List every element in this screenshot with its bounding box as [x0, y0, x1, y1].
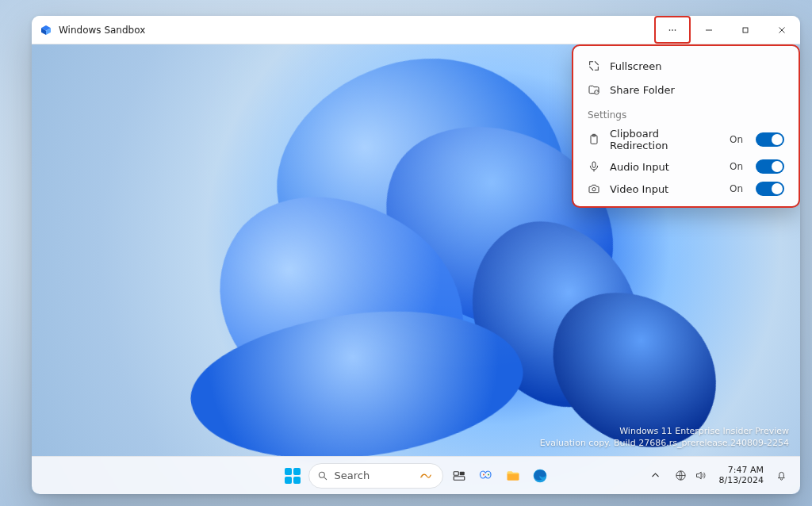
setting-video-input: Video Input On — [576, 178, 795, 200]
setting-clipboard-redirection: Clipboard Redirection On — [576, 124, 795, 155]
titlebar[interactable]: Windows Sandbox — [32, 16, 800, 44]
edge-button[interactable] — [529, 465, 551, 487]
chevron-up-icon — [649, 470, 661, 481]
toggle-video-input[interactable] — [756, 182, 784, 196]
watermark-line: Evaluation copy. Build 27686.rs_prerelea… — [540, 438, 789, 450]
network-icon — [675, 470, 687, 481]
tray-overflow-button[interactable] — [645, 465, 667, 487]
notifications-button[interactable] — [770, 465, 792, 487]
copilot-button[interactable] — [475, 465, 497, 487]
svg-rect-5 — [743, 28, 748, 33]
folder-icon — [505, 468, 521, 484]
more-options-menu: Fullscreen Share Folder Settings Clipboa… — [573, 46, 799, 206]
search-accent-icon — [420, 470, 431, 481]
svg-rect-14 — [459, 471, 464, 475]
setting-label: Audio Input — [610, 161, 720, 173]
svg-point-16 — [483, 473, 485, 475]
volume-icon — [695, 470, 707, 481]
svg-point-12 — [420, 476, 422, 477]
minimize-button[interactable] — [691, 16, 727, 44]
maximize-icon — [741, 25, 750, 35]
close-icon — [777, 25, 787, 35]
setting-state: On — [730, 183, 743, 194]
menu-item-fullscreen[interactable]: Fullscreen — [576, 54, 795, 78]
svg-point-10 — [592, 188, 596, 191]
task-view-icon — [452, 469, 466, 483]
toggle-clipboard-redirection[interactable] — [756, 132, 784, 147]
copilot-icon — [479, 469, 493, 483]
ellipsis-icon — [668, 25, 677, 35]
setting-state: On — [730, 161, 743, 172]
minimize-icon — [704, 25, 714, 35]
svg-point-6 — [595, 90, 599, 94]
clock-date: 8/13/2024 — [719, 476, 764, 485]
fullscreen-icon — [588, 59, 600, 72]
microphone-icon — [588, 160, 600, 173]
svg-point-4 — [675, 29, 676, 31]
edge-icon — [532, 468, 548, 484]
close-button[interactable] — [764, 16, 800, 44]
svg-rect-9 — [592, 162, 596, 167]
svg-rect-13 — [454, 471, 458, 475]
watermark-line: Windows 11 Enterprise Insider Preview — [540, 426, 789, 438]
svg-point-11 — [319, 472, 324, 477]
sandbox-taskbar: Search — [32, 456, 800, 494]
setting-audio-input: Audio Input On — [576, 155, 795, 178]
clipboard-icon — [588, 133, 600, 146]
camera-icon — [588, 182, 600, 195]
svg-point-3 — [672, 29, 673, 31]
task-view-button[interactable] — [448, 465, 470, 487]
taskbar-clock[interactable]: 7:47 AM 8/13/2024 — [714, 466, 768, 485]
setting-state: On — [730, 134, 743, 145]
system-tray: 7:47 AM 8/13/2024 — [645, 465, 792, 487]
sandbox-icon — [40, 24, 52, 36]
clock-time: 7:47 AM — [728, 466, 764, 475]
quick-settings-button[interactable] — [668, 466, 713, 485]
taskbar-center: Search — [282, 463, 551, 489]
sandbox-desktop[interactable]: Fullscreen Share Folder Settings Clipboa… — [32, 44, 800, 494]
menu-item-label: Fullscreen — [610, 60, 661, 72]
windows-watermark: Windows 11 Enterprise Insider Preview Ev… — [540, 426, 789, 450]
taskbar-search[interactable]: Search — [308, 463, 443, 489]
sandbox-window: Windows Sandbox Fullscreen — [32, 16, 800, 494]
menu-item-share-folder[interactable]: Share Folder — [576, 78, 795, 102]
svg-point-2 — [669, 29, 671, 31]
toggle-audio-input[interactable] — [756, 159, 784, 174]
more-options-button[interactable] — [654, 16, 691, 44]
start-button[interactable] — [282, 465, 304, 487]
share-folder-icon — [588, 83, 600, 96]
search-icon — [317, 470, 328, 481]
file-explorer-button[interactable] — [502, 465, 524, 487]
search-placeholder: Search — [335, 470, 370, 481]
settings-section-label: Settings — [576, 102, 795, 124]
bell-icon — [776, 470, 787, 481]
maximize-button[interactable] — [727, 16, 764, 44]
taskbar-right: 7:47 AM 8/13/2024 — [645, 465, 792, 487]
menu-item-label: Share Folder — [610, 84, 675, 96]
setting-label: Clipboard Redirection — [610, 128, 720, 151]
setting-label: Video Input — [610, 183, 720, 195]
window-title: Windows Sandbox — [59, 25, 145, 36]
svg-rect-15 — [454, 476, 465, 480]
svg-point-17 — [488, 473, 489, 475]
